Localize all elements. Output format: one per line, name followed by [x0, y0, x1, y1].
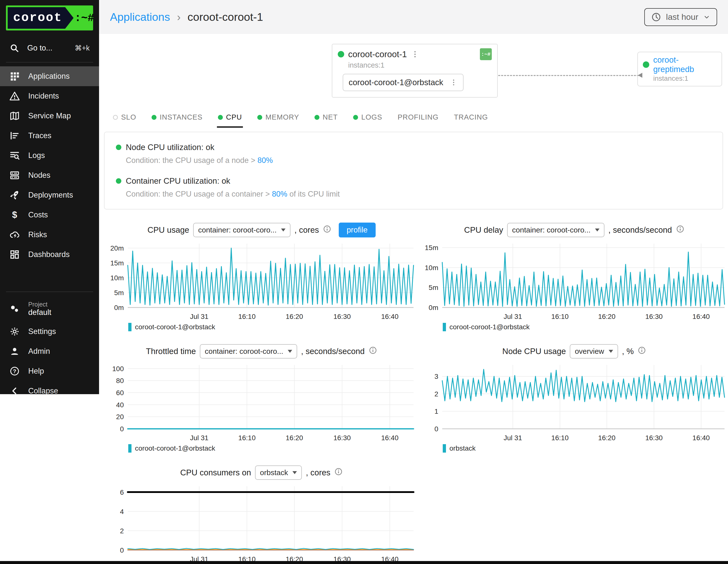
legend-item-coroot-coroot-1-orbstack[interactable]: coroot-coroot-1@orbstack [443, 323, 530, 331]
chart-unit: , % [622, 347, 634, 356]
legend-item-coroot-coroot-1-orbstack[interactable]: coroot-coroot-1@orbstack [128, 444, 215, 453]
svg-text:0: 0 [434, 425, 438, 433]
kebab-menu-icon[interactable] [450, 78, 458, 86]
info-icon[interactable] [369, 346, 377, 357]
sidebar-item-label: Service Map [28, 111, 71, 120]
svg-text:16:10: 16:10 [551, 313, 569, 320]
kebab-menu-icon[interactable] [411, 50, 419, 58]
cpu-consumers-selector-dropdown[interactable]: orbstack [255, 465, 302, 480]
info-icon[interactable] [334, 467, 343, 478]
throttled-time-plot[interactable]: 020406080100Jul 3116:1016:2016:3016:40 [106, 361, 416, 444]
app-name: coroot-coroot-1 [348, 49, 407, 59]
coroot-logo[interactable]: coroot :~# [6, 5, 93, 30]
svg-text:0: 0 [120, 546, 124, 554]
svg-text:16:40: 16:40 [692, 313, 710, 320]
svg-text:Jul 31: Jul 31 [504, 313, 522, 320]
sidebar-item-label: Nodes [28, 171, 51, 180]
clock-icon [651, 12, 661, 22]
node-cpu-usage-plot[interactable]: 0123Jul 3116:1016:2016:3016:40 [421, 361, 728, 444]
app-card-current: coroot-coroot-1 :~# instances:1 coroot-c… [332, 44, 498, 98]
cpu-delay-chart: CPU delay container: coroot-coro... , se… [421, 222, 728, 331]
sidebar-item-nodes[interactable]: Nodes [0, 165, 99, 185]
sidebar-item-label: Collapse [28, 386, 58, 395]
tab-label: CPU [226, 113, 242, 121]
sidebar-item-collapse[interactable]: Collapse [0, 381, 99, 401]
svg-text:4: 4 [120, 508, 124, 515]
time-range-picker[interactable]: last hour [644, 8, 717, 26]
check-status-dot [116, 145, 121, 150]
tab-cpu[interactable]: CPU [217, 110, 243, 128]
legend-color-swatch [128, 444, 131, 453]
sidebar-item-label: Deployments [28, 191, 73, 200]
svg-text:15m: 15m [110, 259, 124, 267]
selector-value: container: coroot-coro... [205, 347, 283, 356]
sidebar-item-costs[interactable]: $ Costs [0, 205, 99, 225]
node-cpu-usage-legend: orbstack [443, 444, 728, 453]
sidebar-item-settings[interactable]: Settings [0, 322, 99, 341]
tab-net[interactable]: NET [313, 110, 339, 128]
breadcrumb-link-applications[interactable]: Applications [110, 11, 170, 24]
sidebar-item-deployments[interactable]: Deployments [0, 185, 99, 205]
goto-search[interactable]: Go to... ⌘+k [0, 38, 99, 58]
caret-down-icon [595, 229, 599, 231]
condition-threshold-link[interactable]: 80% [272, 190, 287, 198]
cpu-delay-selector-dropdown[interactable]: container: coroot-coro... [507, 223, 604, 237]
tab-label: SLO [121, 113, 136, 121]
sidebar-item-logs[interactable]: Logs [0, 146, 99, 165]
cpu-delay-plot[interactable]: 0m5m10m15mJul 3116:1016:2016:3016:40 [421, 240, 728, 322]
info-icon[interactable] [676, 225, 684, 235]
peer-app-link[interactable]: coroot-greptimedb [653, 55, 717, 74]
sidebar-item-incidents[interactable]: Incidents [0, 86, 99, 106]
tab-profiling[interactable]: PROFILING [397, 110, 440, 128]
info-icon[interactable] [638, 346, 646, 357]
chart-title: CPU consumers on [180, 468, 251, 477]
chart-unit: , seconds/second [608, 225, 672, 235]
service-map-panel: coroot-coroot-1 :~# instances:1 coroot-c… [99, 38, 728, 107]
sidebar-item-admin[interactable]: Admin [0, 341, 99, 361]
sidebar-item-project[interactable]: Project default [0, 296, 99, 322]
svg-text:40: 40 [116, 401, 124, 409]
svg-text:16:10: 16:10 [238, 313, 256, 320]
profile-button[interactable]: profile [339, 223, 375, 237]
footer-bar [0, 561, 728, 564]
tab-status-dot [152, 115, 156, 120]
condition-threshold-link[interactable]: 80% [258, 156, 273, 165]
tab-tracing[interactable]: TRACING [453, 110, 489, 128]
sidebar-bottom-nav: Project default Settings Admin ? Help Co… [0, 296, 99, 401]
throttled-time-selector-dropdown[interactable]: container: coroot-coro... [200, 344, 297, 359]
sidebar-item-label: Traces [28, 131, 52, 140]
tab-memory[interactable]: MEMORY [256, 110, 300, 128]
sidebar-item-applications[interactable]: Applications [0, 66, 99, 86]
throttled-time-legend: coroot-coroot-1@orbstack [128, 444, 416, 453]
cpu-consumers-plot[interactable]: 0246Jul 3116:1016:2016:3016:40 [106, 483, 416, 564]
info-icon-glyph [369, 346, 377, 355]
charts-grid: CPU usage container: coroot-coro... , co… [106, 222, 728, 564]
cpu-usage-plot[interactable]: 0m5m10m15m20mJul 3116:1016:2016:3016:40 [106, 240, 416, 322]
svg-text:2: 2 [434, 390, 438, 398]
tab-label: TRACING [454, 113, 488, 121]
sidebar-item-help[interactable]: ? Help [0, 361, 99, 381]
sidebar-nav: Applications Incidents Service Map Trace… [0, 66, 99, 264]
sidebar-item-traces[interactable]: Traces [0, 126, 99, 146]
tab-instances[interactable]: INSTANCES [151, 110, 204, 128]
legend-item-orbstack[interactable]: orbstack [443, 444, 476, 453]
tab-status-dot [314, 115, 319, 120]
breadcrumb-separator: › [177, 11, 181, 23]
node-cpu-usage-header: Node CPU usage overview , % [421, 343, 728, 359]
sidebar-item-service-map[interactable]: Service Map [0, 106, 99, 126]
tab-logs[interactable]: LOGS [352, 110, 383, 128]
legend-item-coroot-coroot-1-orbstack[interactable]: coroot-coroot-1@orbstack [128, 323, 215, 331]
instance-pill[interactable]: coroot-coroot-1@orbstack [343, 74, 464, 91]
sidebar-item-dashboards[interactable]: Dashboards [0, 245, 99, 264]
sidebar-item-risks[interactable]: Risks [0, 225, 99, 245]
app-card-peer: coroot-greptimedb instances:1 [637, 52, 722, 86]
svg-text:Jul 31: Jul 31 [190, 313, 208, 320]
cpu-usage-selector-dropdown[interactable]: container: coroot-coro... [193, 223, 290, 237]
tab-slo[interactable]: SLO [112, 110, 137, 128]
dashboards-icon [9, 249, 20, 260]
cpu-delay-legend: coroot-coroot-1@orbstack [443, 323, 728, 331]
node-cpu-usage-selector-dropdown[interactable]: overview [570, 344, 618, 359]
help-icon: ? [9, 366, 20, 376]
legend-label: orbstack [449, 444, 476, 452]
info-icon[interactable] [323, 225, 331, 235]
